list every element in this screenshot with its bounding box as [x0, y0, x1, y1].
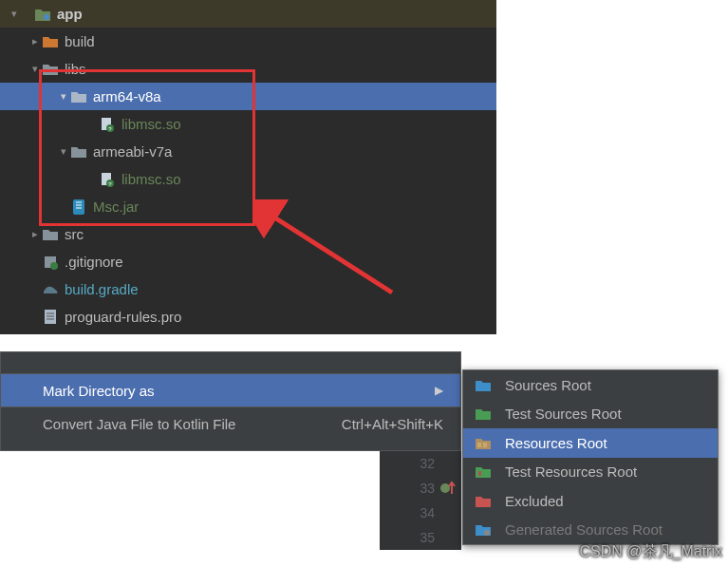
- chevron-right-icon: ▸: [28, 35, 42, 47]
- folder-icon: [42, 63, 59, 75]
- excluded-icon: [475, 495, 492, 507]
- node-label: libmsc.so: [121, 171, 181, 187]
- tree-row-src[interactable]: ▸ src: [0, 220, 496, 248]
- line-number: 35: [380, 525, 461, 550]
- tree-row-buildgradle[interactable]: build.gradle: [0, 275, 496, 303]
- tree-row-proguard[interactable]: proguard-rules.pro: [0, 303, 496, 331]
- node-label: build.gradle: [65, 281, 139, 297]
- chevron-down-icon: ▾: [57, 145, 70, 158]
- file-icon: [42, 310, 59, 324]
- chevron-right-icon: ▶: [435, 384, 443, 397]
- submenu-label: Sources Root: [505, 377, 591, 393]
- svg-rect-20: [483, 443, 487, 447]
- test-sources-root-icon: [475, 407, 492, 420]
- svg-point-0: [44, 14, 49, 20]
- tree-row-libmsc1[interactable]: ? libmsc.so: [0, 110, 496, 138]
- folder-icon: [42, 228, 59, 240]
- gradle-icon: [42, 284, 59, 295]
- node-label: arm64-v8a: [93, 88, 161, 104]
- chevron-down-icon: ▾: [8, 8, 21, 20]
- node-label: armeabi-v7a: [93, 143, 172, 160]
- folder-icon: [70, 145, 87, 158]
- svg-point-18: [440, 483, 450, 493]
- submenu-label: Generated Sources Root: [505, 521, 663, 538]
- tree-row-libmsc2[interactable]: ? libmsc.so: [0, 165, 496, 193]
- gitignore-icon: [42, 255, 59, 270]
- chevron-down-icon: ▾: [28, 63, 42, 75]
- file-icon: ?: [99, 172, 116, 187]
- submenu-label: Test Sources Root: [505, 406, 622, 422]
- submenu-test-sources-root[interactable]: Test Sources Root: [463, 400, 718, 429]
- editor-gutter: 32 33 34 35: [380, 451, 461, 550]
- tree-row-app[interactable]: ▾ app: [0, 0, 496, 28]
- generated-sources-icon: [475, 523, 492, 536]
- context-menu: Mark Directory as ▶ Convert Java File to…: [0, 351, 461, 451]
- node-label: build: [65, 33, 95, 49]
- node-label: .gitignore: [65, 254, 123, 270]
- tree-row-mscjar[interactable]: Msc.jar: [0, 193, 496, 220]
- tree-row-armeabi[interactable]: ▾ armeabi-v7a: [0, 138, 496, 165]
- tree-row-gitignore[interactable]: .gitignore: [0, 248, 496, 275]
- folder-icon: [70, 90, 87, 103]
- svg-rect-21: [478, 471, 481, 476]
- tree-row-build[interactable]: ▸ build: [0, 28, 496, 55]
- jar-icon: [70, 199, 87, 215]
- submenu-test-resources-root[interactable]: Test Resources Root: [463, 458, 718, 487]
- node-label: proguard-rules.pro: [65, 309, 181, 325]
- line-number: 32: [380, 451, 461, 476]
- folder-icon: [42, 35, 59, 47]
- tree-row-libs[interactable]: ▾ libs: [0, 55, 496, 83]
- test-resources-root-icon: [475, 465, 492, 478]
- submenu-resources-root[interactable]: Resources Root: [463, 428, 718, 458]
- resources-root-icon: [475, 437, 492, 449]
- chevron-down-icon: ▾: [57, 90, 70, 103]
- line-number: 34: [380, 501, 461, 525]
- line-number: 33: [380, 476, 461, 501]
- watermark: CSDN @茶凡_Matrix: [580, 542, 722, 562]
- svg-rect-7: [73, 199, 84, 215]
- submenu-excluded[interactable]: Excluded: [463, 486, 718, 516]
- svg-point-22: [484, 530, 490, 536]
- menu-row-top[interactable]: [1, 352, 460, 373]
- node-label: src: [65, 226, 84, 242]
- menu-mark-directory[interactable]: Mark Directory as ▶: [1, 374, 460, 406]
- file-icon: ?: [99, 117, 116, 132]
- chevron-right-icon: ▸: [28, 228, 42, 240]
- node-label: libs: [65, 61, 86, 77]
- submenu-sources-root[interactable]: Sources Root: [463, 370, 718, 400]
- svg-rect-19: [477, 443, 481, 447]
- node-label: app: [57, 6, 83, 22]
- submenu-generated-sources-root[interactable]: Generated Sources Root: [463, 516, 718, 545]
- shortcut-label: Ctrl+Alt+Shift+K: [342, 416, 443, 432]
- node-label: libmsc.so: [121, 116, 181, 132]
- submenu-label: Resources Root: [505, 435, 607, 451]
- project-tree: ▾ app ▸ build ▾ libs ▾ arm64-v8a ? libms…: [0, 0, 496, 334]
- menu-label: Convert Java File to Kotlin File: [43, 416, 235, 432]
- submenu-label: Excluded: [505, 493, 564, 509]
- gutter-override-icon[interactable]: [440, 481, 457, 496]
- mark-directory-submenu: Sources Root Test Sources Root Resources…: [462, 369, 719, 545]
- menu-label: Mark Directory as: [43, 383, 155, 399]
- submenu-label: Test Resources Root: [505, 463, 637, 480]
- node-label: Msc.jar: [93, 198, 139, 215]
- sources-root-icon: [475, 379, 492, 391]
- module-folder-icon: [34, 8, 51, 21]
- tree-row-arm64[interactable]: ▾ arm64-v8a: [0, 83, 496, 110]
- menu-convert-kotlin[interactable]: Convert Java File to Kotlin File Ctrl+Al…: [1, 407, 460, 440]
- svg-point-12: [50, 262, 58, 270]
